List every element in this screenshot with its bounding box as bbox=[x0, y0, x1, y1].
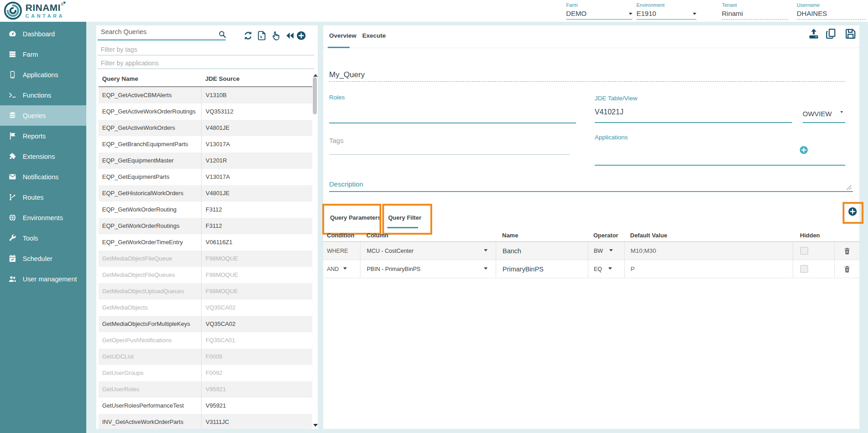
query-row[interactable]: GetOpenPushNotificationsFQ35CA01 bbox=[99, 332, 312, 349]
jde-view-type-underline bbox=[803, 122, 845, 123]
query-row[interactable]: EQP_GetActiveWorkOrdersV4801JE bbox=[99, 120, 312, 136]
sidebar-item-queries[interactable]: Queries bbox=[0, 105, 86, 126]
dashboard-icon bbox=[8, 30, 17, 38]
tab-execute[interactable]: Execute bbox=[362, 32, 386, 39]
upload-icon[interactable] bbox=[808, 28, 820, 40]
header-field-environment[interactable]: EnvironmentE1910 bbox=[636, 2, 696, 20]
active-tab-indicator bbox=[328, 47, 350, 48]
query-row[interactable]: GetMediaObjectUploadQueuesF98MOQUE bbox=[99, 283, 312, 300]
query-name-field[interactable]: My_Query bbox=[329, 70, 365, 79]
active-subtab-indicator bbox=[387, 227, 418, 228]
condition-select[interactable]: AND bbox=[323, 260, 360, 278]
operator-select[interactable]: EQ bbox=[588, 260, 624, 278]
refresh-icon[interactable] bbox=[243, 30, 253, 41]
filter-table-header: Condition Column Name Operator Default V… bbox=[323, 229, 859, 242]
operator-select[interactable]: BW bbox=[588, 242, 624, 260]
scrollbar-down-arrow[interactable] bbox=[313, 424, 318, 429]
sidebar-item-applications[interactable]: Applications bbox=[0, 64, 86, 85]
query-row[interactable]: GetUDCListF0005 bbox=[99, 349, 312, 365]
query-row[interactable]: EQP_GetWorkOrderRoutingF3112 bbox=[99, 202, 312, 218]
search-input[interactable]: Search Queries bbox=[101, 28, 147, 35]
query-row[interactable]: EQP_GetBranchEquipmentPartsV13017A bbox=[99, 136, 312, 153]
query-row[interactable]: GetMediaObjectsForMultipleKeysVQ35CA02 bbox=[99, 316, 312, 332]
query-row[interactable]: GetMediaObjectsVQ35CA02 bbox=[99, 300, 312, 316]
query-row[interactable]: EQP_GetActiveWorkOrderRoutingsVQ353112 bbox=[99, 103, 312, 120]
sidebar-item-tools[interactable]: Tools bbox=[0, 228, 86, 248]
query-source-cell: F98MOQUE bbox=[201, 267, 312, 283]
sidebar-item-farm[interactable]: Farm bbox=[0, 44, 86, 64]
query-row[interactable]: EQP_GetWorkOrderTimeEntryV06116Z1 bbox=[99, 234, 312, 251]
header-default-value: Default Value bbox=[624, 232, 793, 239]
query-name-cell: EQP_GetHistoricalWorkOrders bbox=[99, 185, 201, 202]
query-row[interactable]: EQP_GetWorkOrderRoutingsF3112 bbox=[99, 218, 312, 234]
add-query-icon[interactable] bbox=[296, 30, 306, 41]
query-source-cell: FQ35CA01 bbox=[201, 332, 312, 349]
tab-overview[interactable]: Overview bbox=[329, 32, 356, 39]
hand-pointer-icon[interactable] bbox=[270, 30, 281, 41]
add-tag-icon[interactable] bbox=[799, 145, 809, 155]
subtab-query-filter[interactable]: Query Filter bbox=[388, 214, 421, 221]
query-row[interactable]: EQP_GetActiveCBMAlertsV1310B bbox=[99, 87, 312, 103]
sidebar-item-notifications[interactable]: Notifications bbox=[0, 167, 86, 187]
column-select[interactable]: MCU - CostCenter bbox=[360, 242, 496, 260]
add-filter-row-icon[interactable] bbox=[848, 207, 858, 216]
sidebar-item-routes[interactable]: Routes bbox=[0, 187, 86, 207]
hidden-checkbox[interactable] bbox=[800, 265, 808, 273]
query-row[interactable]: EQP_GetHistoricalWorkOrdersV4801JE bbox=[99, 185, 312, 202]
sidebar-item-functions[interactable]: Functions bbox=[0, 85, 86, 105]
default-value-field[interactable]: M10;M30 bbox=[624, 242, 793, 260]
header-field-label: Environment bbox=[636, 2, 696, 8]
description-field[interactable] bbox=[329, 191, 853, 192]
name-field[interactable]: PrimaryBinPS bbox=[496, 260, 588, 278]
query-row[interactable]: INV_GetActiveWorkOrderPartsV3111JC bbox=[99, 414, 312, 429]
sidebar-item-label: Dashboard bbox=[23, 30, 55, 38]
query-row[interactable]: GetUserGroupsF0092 bbox=[99, 365, 312, 381]
query-name-cell: EQP_GetWorkOrderTimeEntry bbox=[99, 234, 201, 251]
subtab-query-parameters[interactable]: Query Parameters bbox=[330, 214, 381, 221]
applications-field[interactable] bbox=[595, 165, 845, 166]
user-management-icon bbox=[8, 275, 17, 283]
jde-view-type-select[interactable]: OWVIEW bbox=[803, 110, 832, 118]
tags-input[interactable]: Tags bbox=[329, 137, 344, 144]
logo-line2: CANTARA bbox=[25, 14, 64, 19]
name-field[interactable]: Banch bbox=[496, 242, 588, 260]
query-name-cell: INV_GetActiveWorkOrderParts bbox=[99, 414, 201, 429]
excel-export-icon[interactable]: x bbox=[256, 30, 267, 41]
dropdown-caret-icon bbox=[840, 111, 843, 114]
delete-row-icon[interactable] bbox=[843, 247, 851, 255]
query-row[interactable]: GetMediaObjectFileQueuesF98MOQUE bbox=[99, 267, 312, 283]
sidebar-item-extensions[interactable]: Extensions bbox=[0, 146, 86, 167]
hidden-checkbox[interactable] bbox=[800, 247, 808, 255]
copy-icon[interactable] bbox=[825, 28, 837, 40]
save-icon[interactable] bbox=[844, 28, 857, 40]
sidebar-item-reports[interactable]: Reports bbox=[0, 126, 86, 146]
query-row[interactable]: EQP_GetEquipmentPartsV13017A bbox=[99, 169, 312, 185]
query-row[interactable]: GetUserRolesPerformanceTestV95921 bbox=[99, 398, 312, 414]
sidebar-item-label: Reports bbox=[23, 133, 46, 140]
scrollbar-up-arrow[interactable] bbox=[313, 72, 318, 77]
filter-applications-input[interactable]: Filter by applications bbox=[101, 59, 159, 67]
query-source-cell: V13017A bbox=[201, 136, 312, 153]
header-field-farm[interactable]: FarmDEMO bbox=[566, 2, 632, 20]
rewind-icon[interactable] bbox=[285, 30, 295, 41]
column-select[interactable]: PBIN - PrimaryBinPS bbox=[360, 260, 496, 278]
roles-field[interactable] bbox=[329, 123, 576, 123]
scrollbar-thumb[interactable] bbox=[313, 77, 317, 114]
default-value-field[interactable]: P bbox=[624, 260, 793, 278]
delete-row-icon[interactable] bbox=[843, 265, 851, 273]
sidebar-item-scheduler[interactable]: Scheduler bbox=[0, 248, 86, 269]
search-icon[interactable] bbox=[218, 30, 227, 39]
filter-tags-input[interactable]: Filter by tags bbox=[101, 46, 137, 53]
query-row[interactable]: GetMediaObjectFileQueueF98MOQUE bbox=[99, 251, 312, 267]
header-field-value: DHAINES bbox=[797, 10, 827, 17]
query-row[interactable]: EQP_GetEquipmentMasterV1201R bbox=[99, 153, 312, 169]
column-header-jde-source: JDE Source bbox=[205, 75, 240, 82]
jde-table-view-value[interactable]: V41021J bbox=[595, 108, 623, 116]
query-row[interactable]: GetUserRolesV95921 bbox=[99, 381, 312, 398]
sidebar-item-environments[interactable]: Environments bbox=[0, 207, 86, 228]
rinami-logo-icon bbox=[4, 1, 22, 20]
sidebar-item-user-management[interactable]: User management bbox=[0, 269, 86, 289]
query-name-cell: GetOpenPushNotifications bbox=[99, 332, 201, 349]
sidebar-item-dashboard[interactable]: Dashboard bbox=[0, 24, 86, 44]
resize-grip-icon[interactable] bbox=[846, 185, 852, 190]
